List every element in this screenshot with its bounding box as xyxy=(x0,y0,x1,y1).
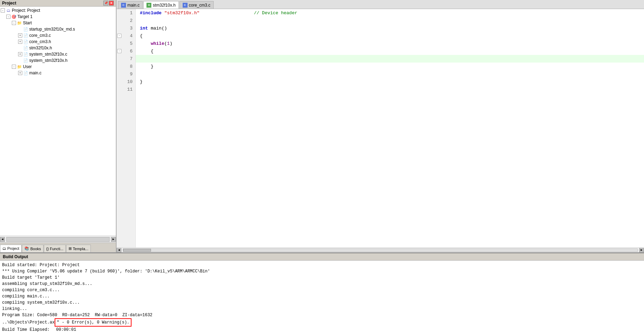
tree-item-core-cm3h[interactable]: + 📄 core_cm3.h xyxy=(0,39,116,45)
tree-item-start[interactable]: - 📁 Start xyxy=(0,20,116,26)
sidebar-scroll[interactable]: ◀ ▶ xyxy=(0,236,116,243)
tree-item-user[interactable]: - 📁 User xyxy=(0,64,116,70)
core-cm3h-label: core_cm3.h xyxy=(29,39,51,44)
sidebar-tab-functions-label: Functi... xyxy=(50,247,63,251)
core-cm3h-icon: 📄 xyxy=(23,39,29,44)
include-string: "stm32f10x.h" xyxy=(164,10,199,16)
int-keyword: int xyxy=(140,26,148,31)
tree-item-startup[interactable]: 📄 startup_stm32f10x_md.s xyxy=(0,26,116,32)
start-label: Start xyxy=(23,21,32,25)
line-num-3: 3 xyxy=(117,24,135,32)
scroll-right-button[interactable]: ▶ xyxy=(111,237,116,242)
build-time-label: Build Time Elapsed: xyxy=(2,327,55,333)
editor-tabs: C main.c H stm32f10x.h C core_cm3.c xyxy=(117,0,644,9)
open-brace-6: { xyxy=(151,49,153,54)
sidebar-scrollbar[interactable] xyxy=(6,237,110,242)
editor-tab-stm32-h-icon: H xyxy=(146,3,151,8)
sidebar-title: Project xyxy=(2,1,16,6)
user-label: User xyxy=(23,64,32,69)
sidebar-tab-books-icon: 📚 xyxy=(24,246,29,251)
code-line-2 xyxy=(136,17,644,24)
editor-scroll-track[interactable] xyxy=(123,248,638,252)
build-line-2: *** Using Compiler 'V5.06 update 7 (buil… xyxy=(2,268,642,274)
build-error-box: " - 0 Error(s), 0 Warning(s). xyxy=(55,318,132,327)
line-num-4: - 4 xyxy=(117,32,135,40)
main-parens: () xyxy=(161,26,167,31)
while-arg: 1 xyxy=(167,41,170,46)
target1-icon: 🎯 xyxy=(11,14,17,19)
code-line-10: } xyxy=(136,78,644,85)
tree-item-core-cm3c[interactable]: + 📄 core_cm3.c xyxy=(0,32,116,39)
fold-4[interactable]: - xyxy=(117,34,121,38)
core-cm3c-label: core_cm3.c xyxy=(29,33,51,38)
editor-tab-main-c[interactable]: C main.c xyxy=(118,1,143,9)
while-keyword: while xyxy=(151,41,164,46)
sidebar-tab-functions[interactable]: {} Functi... xyxy=(44,245,66,252)
sidebar-tab-project[interactable]: 🗂 Project xyxy=(0,245,22,252)
expand-core-cm3h[interactable]: + xyxy=(18,40,22,44)
code-line-7[interactable] xyxy=(136,55,644,63)
expand-core-cm3c[interactable]: + xyxy=(18,33,22,38)
core-cm3c-icon: 📄 xyxy=(23,33,29,38)
project-label: Project: Project xyxy=(12,8,40,13)
scroll-left-button[interactable]: ◀ xyxy=(0,237,5,242)
project-icon: 🗂 xyxy=(6,8,11,13)
main-c-icon: 📄 xyxy=(23,70,29,76)
expand-project[interactable]: - xyxy=(1,8,5,13)
close-brace-10: } xyxy=(140,79,143,84)
build-line-10: ..\Objects\Project.ax" - 0 Error(s), 0 W… xyxy=(2,318,642,327)
editor-scrollbar[interactable]: ◀ ▶ xyxy=(117,247,644,252)
main-c-label: main.c xyxy=(29,71,41,75)
tree-item-target1[interactable]: - 🎯 Target 1 xyxy=(0,14,116,20)
expand-system-c[interactable]: + xyxy=(18,52,22,56)
line-num-10: 10 xyxy=(117,78,135,85)
code-content[interactable]: #include "stm32f10x.h" // Device header … xyxy=(136,9,644,247)
line-num-6: - 6 xyxy=(117,47,135,55)
editor-scroll-right[interactable]: ▶ xyxy=(639,248,644,252)
build-line-6: compiling main.c... xyxy=(2,293,642,300)
sidebar-tab-templates[interactable]: ⊞ Templa... xyxy=(66,245,91,252)
editor-tab-core-cm3-c-icon: C xyxy=(183,3,188,8)
target1-label: Target 1 xyxy=(17,14,32,19)
build-line-1: Build started: Project: Project xyxy=(2,262,642,268)
expand-user[interactable]: - xyxy=(12,65,16,69)
build-axf-prefix: ..\Objects\Project.ax xyxy=(2,319,55,326)
build-line-9: Program Size: Code=580 RO-data=252 RW-da… xyxy=(2,312,642,318)
editor-scroll-left[interactable]: ◀ xyxy=(117,248,121,252)
expand-start[interactable]: - xyxy=(12,21,16,25)
tree-item-system-h[interactable]: 📄 system_stm32f10x.h xyxy=(0,57,116,64)
build-time-value: 00:00:01 xyxy=(56,327,76,333)
build-line-11: Build Time Elapsed: 00:00:01 xyxy=(2,327,642,333)
sidebar-tab-books[interactable]: 📚 Books xyxy=(22,245,43,252)
sidebar: Project 📌 ✕ - 🗂 Project: Project - 🎯 Tar… xyxy=(0,0,117,252)
build-line-3: Build target 'Target 1' xyxy=(2,274,642,281)
expand-main-c[interactable]: + xyxy=(18,71,22,75)
tree-item-system-c[interactable]: + 📄 system_stm32f10x.c xyxy=(0,51,116,57)
fold-6[interactable]: - xyxy=(117,49,121,53)
sidebar-tabs: 🗂 Project 📚 Books {} Functi... ⊞ Templa.… xyxy=(0,243,116,252)
build-line-8: linking... xyxy=(2,306,642,312)
code-line-5: while(1) xyxy=(136,40,644,47)
system-h-icon: 📄 xyxy=(23,58,29,63)
editor-tab-core-cm3-c-label: core_cm3.c xyxy=(189,3,210,8)
startup-file-icon: 📄 xyxy=(23,26,29,32)
stm32h-label: stm32f10x.h xyxy=(29,46,52,50)
line-num-7: 7 xyxy=(117,55,135,63)
code-line-1: #include "stm32f10x.h" // Device header xyxy=(136,9,644,17)
build-output-content[interactable]: Build started: Project: Project *** Usin… xyxy=(0,261,644,336)
expand-target1[interactable]: - xyxy=(6,15,10,19)
tree-item-stm32h[interactable]: 📄 stm32f10x.h xyxy=(0,45,116,51)
editor-scroll-thumb[interactable] xyxy=(123,249,151,252)
line-num-9: 9 xyxy=(117,70,135,78)
editor-tab-stm32-h[interactable]: H stm32f10x.h xyxy=(143,1,178,9)
editor-tab-core-cm3-c[interactable]: C core_cm3.c xyxy=(180,1,214,9)
sidebar-close-button[interactable]: ✕ xyxy=(109,1,114,6)
device-header-comment: // Device header xyxy=(254,10,297,16)
code-line-9 xyxy=(136,70,644,78)
tree-item-project-root[interactable]: - 🗂 Project: Project xyxy=(0,7,116,14)
system-h-label: system_stm32f10x.h xyxy=(29,58,67,63)
tree-item-main-c[interactable]: + 📄 main.c xyxy=(0,70,116,76)
code-line-6: { xyxy=(136,47,644,55)
sidebar-tab-project-icon: 🗂 xyxy=(2,246,6,251)
sidebar-pin-button[interactable]: 📌 xyxy=(103,1,108,6)
